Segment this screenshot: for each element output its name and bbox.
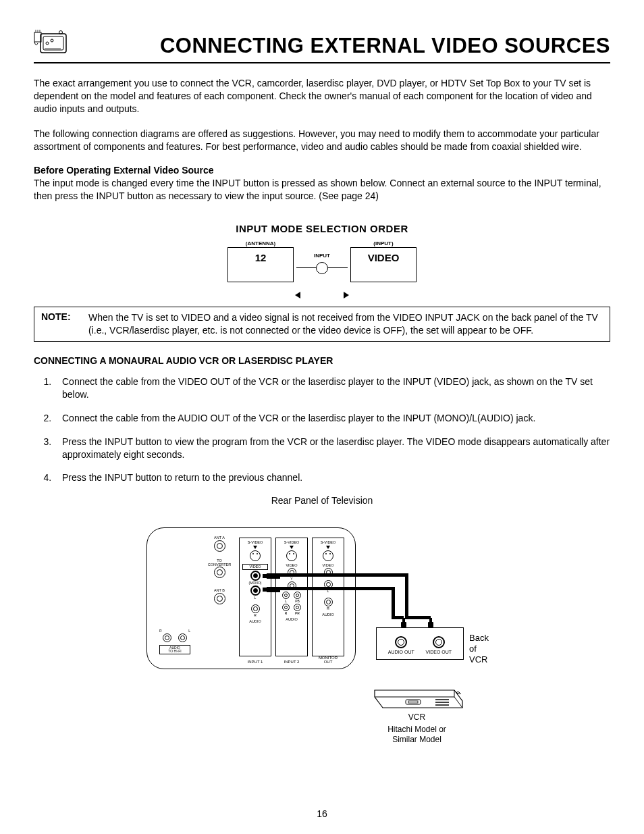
step-2: Connect the cable from the AUDIO OUT of … <box>54 412 610 425</box>
input-mode-diagram: INPUT MODE SELECTION ORDER (ANTENNA) 12 … <box>34 223 610 286</box>
intro-paragraph-1: The exact arrangement you use to connect… <box>34 77 610 115</box>
page-title: CONNECTING EXTERNAL VIDEO SOURCES <box>72 34 610 58</box>
note-text: When the TV is set to VIDEO and a video … <box>88 311 603 337</box>
step-3: Press the INPUT button to view the progr… <box>54 436 610 461</box>
audio-l2-jack-icon <box>282 592 290 599</box>
audio-r2-jack-icon <box>282 604 290 611</box>
connection-figure: ANT A TO CONVERTER ANT B R L <box>146 513 498 756</box>
input-button-label: INPUT <box>294 253 350 259</box>
svideo2-jack-icon <box>286 550 297 561</box>
connecting-heading: CONNECTING A MONAURAL AUDIO VCR OR LASER… <box>34 355 610 366</box>
pr-jack-icon <box>294 604 301 611</box>
audio2-label: AUDIO <box>280 618 303 622</box>
video-cable-h2 <box>405 616 431 619</box>
audio-cable-h1 <box>280 587 392 590</box>
channel-box: 12 <box>227 247 294 282</box>
ant-b-jack-icon <box>214 593 225 604</box>
svg-point-2 <box>46 42 49 45</box>
monitor-out-column: S-VIDEO VIDEO L R AUDIO MONITOR OUT <box>312 538 344 656</box>
sv2-label: S-VIDEO <box>280 541 303 545</box>
input-column: (INPUT) VIDEO <box>350 240 417 282</box>
input2-column: S-VIDEO VIDEO Y L PB <box>275 538 308 656</box>
audio-l1-jack-icon <box>250 585 261 596</box>
hifi-l-jack-icon <box>178 633 187 642</box>
r3-label: R <box>317 607 340 610</box>
mono-label: (MONO) <box>244 581 267 585</box>
audio1-label: AUDIO <box>244 620 267 624</box>
ant-a-jack-icon <box>214 540 225 552</box>
step-4: Press the INPUT button to return to the … <box>54 471 610 484</box>
sv3-label: S-VIDEO <box>317 541 340 545</box>
audio-hifi-label: AUDIO TO HI-FI <box>161 646 188 653</box>
video2-label: VIDEO <box>280 564 303 568</box>
input-label: (INPUT) <box>373 240 393 246</box>
y-label: Y <box>280 577 303 581</box>
svg-point-3 <box>51 39 53 42</box>
hitachi-caption: Hitachi Model or Similar Model <box>361 725 473 744</box>
hifi-l-label: L <box>188 629 190 633</box>
audio-r1-jack-icon <box>251 604 260 613</box>
to-converter-jack-icon <box>214 567 225 578</box>
vcr-unit-icon <box>368 685 466 710</box>
svideo1-jack-icon <box>250 550 261 561</box>
antenna-label: (ANTENNA) <box>246 240 275 246</box>
vcr-back-panel: AUDIO OUT VIDEO OUT <box>376 627 464 660</box>
r1-label: R <box>244 614 267 617</box>
video-out-jack-icon <box>433 636 445 648</box>
r2-label: R <box>285 612 288 615</box>
page-header: CONNECTING EXTERNAL VIDEO SOURCES <box>34 27 610 58</box>
triangle-icon <box>290 546 294 549</box>
video-cable-plug-vcr-icon <box>428 618 433 627</box>
input2-label: INPUT 2 <box>276 660 307 664</box>
monitor-out-label: MONITOR OUT <box>313 656 344 664</box>
hifi-r-jack-icon <box>163 633 171 642</box>
audio-out-group: AUDIO OUT <box>388 636 414 654</box>
triangle-icon <box>326 546 330 549</box>
vcr-caption: VCR <box>368 712 466 722</box>
tv-rear-panel: ANT A TO CONVERTER ANT B R L <box>146 527 356 669</box>
triangle-icon <box>253 546 257 549</box>
video-box: VIDEO <box>350 247 417 282</box>
pb-jack-icon <box>294 592 301 599</box>
video-cable-v1 <box>405 573 408 619</box>
figure-title: Rear Panel of Television <box>34 495 610 506</box>
before-operating-text: The input mode is changed every time the… <box>34 177 610 203</box>
steps-list: Connect the cable from the VIDEO OUT of … <box>34 375 610 484</box>
svideo3-jack-icon <box>323 550 333 561</box>
input1-label: INPUT 1 <box>240 660 271 664</box>
ant-a-group: ANT A <box>208 536 231 554</box>
audio-cable-v1 <box>392 587 395 619</box>
video1-label: VIDEO <box>243 565 267 569</box>
title-underline <box>34 62 610 63</box>
video3-label: VIDEO <box>317 564 340 568</box>
intro-paragraph-2: The following connection diagrams are of… <box>34 128 610 153</box>
before-operating-heading: Before Operating External Video Source <box>34 165 610 176</box>
pr-label: PR <box>295 612 300 615</box>
video-out-label: VIDEO OUT <box>426 650 452 654</box>
to-converter-label: TO CONVERTER <box>204 559 235 567</box>
audio-cable-plug-vcr-icon <box>401 618 406 627</box>
video1-jack-icon <box>250 571 261 581</box>
sv1-label: S-VIDEO <box>244 541 267 545</box>
document-page: CONNECTING EXTERNAL VIDEO SOURCES The ex… <box>0 0 644 834</box>
input-button-icon <box>316 262 328 274</box>
page-number: 16 <box>0 808 644 819</box>
audio-r3-jack-icon <box>324 598 333 606</box>
audio-out-jack-icon <box>395 636 407 648</box>
video-out-group: VIDEO OUT <box>426 636 452 654</box>
back-of-vcr-label: Back of VCR <box>469 633 498 664</box>
audio-cable-plug-tv-icon <box>267 587 280 592</box>
audio-out-label: AUDIO OUT <box>388 650 414 654</box>
video-cable-h1 <box>280 573 405 577</box>
input-button-area: INPUT <box>294 240 350 286</box>
audio-hifi-group: R L AUDIO TO HI-FI <box>159 629 190 654</box>
hifi-r-label: R <box>159 629 162 633</box>
input1-column: S-VIDEO VIDEO (MONO) L R AUDIO INPUT 1 <box>239 538 271 656</box>
input-mode-title: INPUT MODE SELECTION ORDER <box>34 223 610 234</box>
step-1: Connect the cable from the VIDEO OUT of … <box>54 375 610 401</box>
note-box: NOTE: When the TV is set to VIDEO and a … <box>34 307 610 342</box>
to-converter-group: TO CONVERTER <box>204 559 235 581</box>
antenna-column: (ANTENNA) 12 <box>227 240 294 282</box>
video-cable-plug-tv-icon <box>267 573 280 579</box>
audio3-label: AUDIO <box>317 613 340 617</box>
